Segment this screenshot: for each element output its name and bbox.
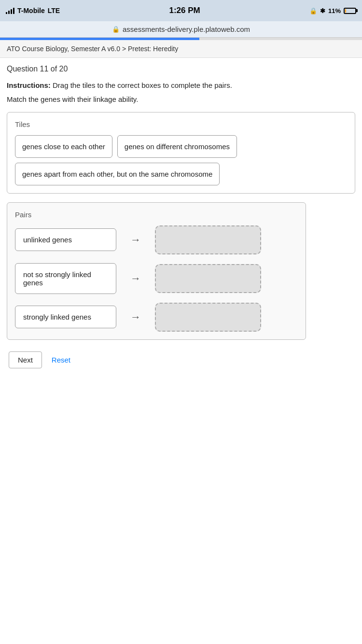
instructions-text: Drag the tiles to the correct boxes to c… [51,81,232,89]
tiles-section: Tiles genes close to each other genes on… [7,112,355,194]
instructions-label: Instructions: [7,81,51,89]
signal-bars [6,7,14,14]
pair-row-3: strongly linked genes → [15,303,298,332]
button-row: Next Reset [7,351,355,368]
pairs-title: Pairs [15,210,298,219]
lock-icon: 🔒 [112,26,120,33]
next-button[interactable]: Next [9,351,42,368]
question-number: Question 11 of 20 [7,65,355,73]
url-text: assessments-delivery.ple.platoweb.com [123,25,250,33]
tiles-container: genes close to each other genes on diffe… [15,135,347,185]
drop-target-3[interactable] [155,303,261,332]
tile-1[interactable]: genes close to each other [15,135,112,158]
reset-button[interactable]: Reset [52,352,70,368]
status-left: T-Mobile LTE [6,7,60,14]
match-instruction: Match the genes with their linkage abili… [7,95,355,103]
pair-row-1: unlinked genes → [15,225,298,254]
status-bar: T-Mobile LTE 1:26 PM 🔒 ✱ 11% [0,0,362,21]
progress-bar-fill [0,38,199,40]
carrier-label: T-Mobile [17,7,45,14]
battery-percent: 11% [328,7,341,14]
pair-label-2: not so strongly linked genes [15,263,116,294]
arrow-2: → [116,272,155,285]
battery-icon [344,8,356,14]
main-content: Question 11 of 20 Instructions: Drag the… [0,58,362,378]
status-right: 🔒 ✱ 11% [309,7,356,14]
bluetooth-icon: ✱ [320,7,325,14]
breadcrumb: ATO Course Biology, Semester A v6.0 > Pr… [0,40,362,58]
instructions: Instructions: Drag the tiles to the corr… [7,80,355,91]
lock-status-icon: 🔒 [309,7,317,14]
arrow-3: → [116,311,155,323]
pair-label-3: strongly linked genes [15,306,116,328]
breadcrumb-text: ATO Course Biology, Semester A v6.0 > Pr… [7,45,178,53]
tiles-title: Tiles [15,120,347,128]
drop-target-1[interactable] [155,225,261,254]
url-bar[interactable]: 🔒 assessments-delivery.ple.platoweb.com [0,21,362,38]
drop-target-2[interactable] [155,264,261,293]
pair-label-1: unlinked genes [15,228,116,251]
pair-row-2: not so strongly linked genes → [15,263,298,294]
network-label: LTE [48,7,60,14]
status-time: 1:26 PM [169,6,200,15]
arrow-1: → [116,234,155,246]
pairs-section: Pairs unlinked genes → not so strongly l… [7,202,306,340]
tile-2[interactable]: genes on different chromosomes [117,135,237,158]
tile-3[interactable]: genes apart from each other, but on the … [15,163,220,185]
